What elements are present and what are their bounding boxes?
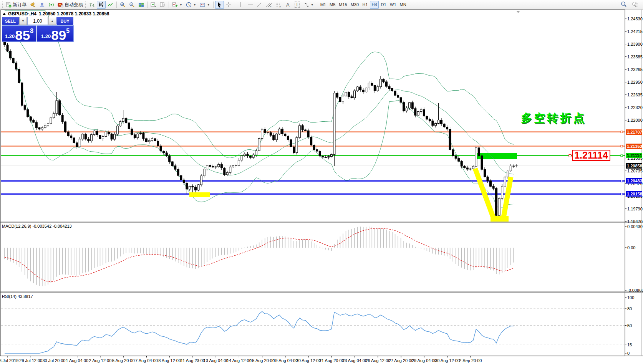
time-tick-label: 19 Aug 04:00: [273, 358, 298, 363]
timeframe-w1-button[interactable]: W1: [388, 1, 398, 9]
sell-price-big: 85: [15, 29, 30, 41]
time-tick-label: 26 Aug 12:00: [365, 358, 390, 363]
rsi-axis-label: 80: [627, 306, 632, 311]
timeframe-m1-button[interactable]: M1: [319, 1, 328, 9]
timeframe-h1-button[interactable]: H1: [361, 1, 370, 9]
svg-text:F: F: [280, 6, 281, 8]
bear-candle: [374, 85, 376, 91]
bull-candle: [255, 151, 257, 155]
cursor-tool-button[interactable]: [215, 1, 224, 9]
bull-candle: [501, 186, 503, 199]
bull-candle: [226, 172, 228, 175]
bear-candle: [212, 167, 214, 167]
chart-title: GBPUSD-,H4 1.20850 1.20878 1.20833 1.208…: [3, 11, 109, 17]
bear-candle: [397, 95, 399, 98]
timeframe-m30-button[interactable]: M30: [349, 1, 360, 9]
bear-candle: [426, 116, 428, 119]
bear-candle: [443, 124, 445, 127]
timeframe-mn-button[interactable]: MN: [398, 1, 408, 9]
bear-candle: [61, 115, 63, 122]
crosshair-icon: [226, 2, 232, 8]
bear-candle: [250, 156, 252, 158]
bull-candle: [435, 124, 437, 126]
chart-shift-button[interactable]: [158, 1, 167, 9]
bear-candle: [73, 138, 75, 143]
trendline-tool-button[interactable]: [255, 1, 264, 9]
vline-tool-button[interactable]: [237, 1, 245, 9]
bear-candle: [247, 154, 249, 156]
zoom-in-button[interactable]: [118, 1, 127, 9]
bull-candle: [278, 129, 280, 134]
hline-tool-button[interactable]: [246, 1, 255, 9]
indicators-button[interactable]: ▼: [171, 1, 184, 9]
bear-candle: [452, 150, 454, 156]
bull-candle: [119, 122, 121, 126]
new-chart-button[interactable]: [149, 1, 158, 9]
bull-candle: [438, 120, 439, 124]
timeframe-h4-button[interactable]: H4: [370, 1, 379, 9]
label-tool-button[interactable]: T: [293, 1, 302, 9]
label-tool-icon: T: [295, 2, 300, 8]
bear-candle: [33, 120, 35, 122]
chart-shift-marker[interactable]: [516, 11, 520, 13]
bear-candle: [128, 123, 130, 129]
buy-button[interactable]: BUY: [56, 17, 73, 25]
fibonacci-tool-button[interactable]: F: [274, 1, 283, 9]
bull-candle: [102, 136, 104, 139]
volume-down-button[interactable]: ▼: [19, 17, 27, 25]
price-callout-box[interactable]: 1.21114: [572, 150, 610, 161]
crosshair-tool-button[interactable]: [224, 1, 233, 9]
sell-price-small: 1.20: [5, 33, 15, 39]
time-tick-label: 29 Jul 12:00: [19, 358, 42, 363]
candle-chart-type-button[interactable]: [97, 1, 106, 9]
volume-input[interactable]: [27, 17, 48, 25]
new-chart-icon: [151, 2, 156, 8]
timeframe-m15-button[interactable]: M15: [337, 1, 348, 9]
line-chart-type-button[interactable]: [106, 1, 115, 9]
timeframe-m5-button[interactable]: M5: [328, 1, 337, 9]
bull-candle: [252, 155, 254, 157]
zoom-out-button[interactable]: [128, 1, 136, 9]
collapse-triangle-icon[interactable]: [3, 13, 6, 15]
text-tool-button[interactable]: A: [283, 1, 292, 9]
price-line-badge-1.21707: 1.21707: [626, 129, 642, 135]
shapes-tool-button[interactable]: ▼: [302, 1, 315, 9]
autotrade-button[interactable]: 自动交易: [56, 1, 85, 9]
bull-candle: [232, 165, 234, 167]
bollinger-lower-band: [5, 48, 514, 208]
volume-up-button[interactable]: ▲: [48, 17, 56, 25]
bull-candle: [241, 156, 243, 160]
bull-bear-turning-point-annotation[interactable]: 多空转折点: [521, 111, 586, 126]
chat-icon[interactable]: [630, 1, 639, 9]
templates-button[interactable]: ▼: [198, 1, 212, 9]
search-icon[interactable]: [619, 1, 628, 9]
chart-canvas[interactable]: [0, 10, 643, 364]
price-tick-label: 1.23900: [627, 42, 643, 46]
new-order-button[interactable]: 新订单: [4, 1, 28, 9]
bear-candle: [496, 189, 497, 216]
yellow-support-highlight: [189, 192, 210, 197]
periods-button[interactable]: ▼: [184, 1, 198, 9]
profile-button[interactable]: [38, 1, 46, 9]
tile-windows-button[interactable]: [137, 1, 146, 9]
callout-anchor: [569, 154, 571, 157]
tile-windows-icon: [138, 2, 144, 8]
bull-candle: [377, 87, 379, 91]
time-tick-label: 5 Aug 20:00: [112, 358, 135, 363]
price-tick-label: 1.23585: [627, 55, 643, 59]
bear-candle: [270, 132, 272, 135]
sell-button[interactable]: SELL: [2, 17, 19, 25]
channel-tool-button[interactable]: E: [264, 1, 273, 9]
svg-text:E: E: [270, 5, 272, 8]
history-center-button[interactable]: [28, 1, 37, 9]
buy-price-tile[interactable]: 1.20 89 5: [37, 25, 74, 42]
buy-price-big: 89: [51, 29, 66, 41]
sell-price-tile[interactable]: 1.20 85 8: [2, 25, 36, 42]
bear-candle: [10, 51, 12, 58]
bull-candle: [122, 118, 124, 122]
signals-button[interactable]: [47, 1, 56, 9]
bear-candle: [336, 93, 338, 98]
bar-chart-type-button[interactable]: [88, 1, 96, 9]
time-tick-label: 2 Aug 12:00: [89, 358, 112, 363]
timeframe-d1-button[interactable]: D1: [379, 1, 388, 9]
